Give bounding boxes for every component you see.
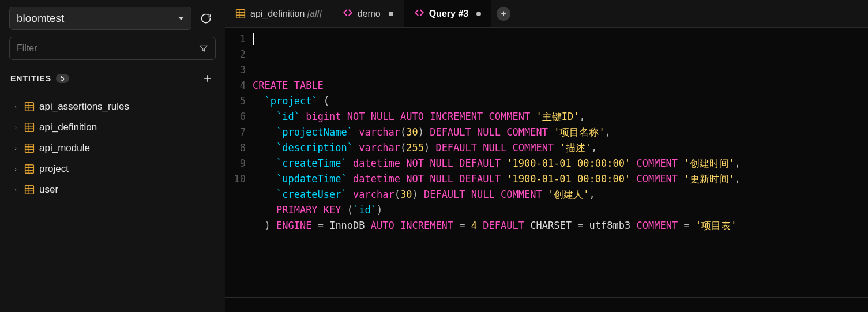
code-line[interactable]: `project` ( <box>253 93 868 109</box>
database-name: bloomtest <box>17 12 64 25</box>
tab-bar: api_definition [all]demoQuery #3+ <box>225 0 868 28</box>
tab-label: api_definition [all] <box>250 9 322 19</box>
entity-label: api_definition <box>39 122 97 133</box>
entity-item[interactable]: ›user <box>9 180 216 200</box>
plus-icon <box>202 73 213 84</box>
line-number: 1 <box>225 31 246 47</box>
line-number: 4 <box>225 78 246 93</box>
entity-item[interactable]: ›api_definition <box>9 118 216 137</box>
svg-rect-4 <box>25 123 34 132</box>
entity-item[interactable]: ›api_assertions_rules <box>9 97 216 116</box>
sidebar: bloomtest ENTITIES 5 ›api_ <box>0 0 225 312</box>
entities-heading: ENTITIES <box>10 74 51 83</box>
chevron-right-icon: › <box>12 186 20 193</box>
code-line[interactable]: ) ENGINE = InnoDB AUTO_INCREMENT = 4 DEF… <box>253 218 868 234</box>
chevron-right-icon: › <box>12 166 20 172</box>
code-area[interactable]: CREATE TABLE `project` ( `id` bigint NOT… <box>253 31 868 297</box>
code-line[interactable]: `description` varchar(255) DEFAULT NULL … <box>253 140 868 156</box>
tab-label: demo <box>358 9 381 19</box>
line-number: 5 <box>225 93 246 109</box>
tab[interactable]: demo <box>332 0 404 27</box>
entities-count-badge: 5 <box>56 74 69 83</box>
tab-label: Query #3 <box>429 9 468 19</box>
refresh-button[interactable] <box>196 9 216 28</box>
entity-label: project <box>39 163 69 175</box>
sql-editor[interactable]: 12345678910 CREATE TABLE `project` ( `id… <box>225 28 868 297</box>
table-icon <box>24 164 35 174</box>
tab-suffix: [all] <box>307 9 322 18</box>
line-gutter: 12345678910 <box>225 31 253 297</box>
entity-label: api_module <box>39 142 90 154</box>
line-number: 8 <box>225 140 246 156</box>
svg-rect-20 <box>236 9 245 18</box>
filter-icon <box>199 44 208 53</box>
code-line[interactable]: `updateTime` datetime NOT NULL DEFAULT '… <box>253 171 868 187</box>
code-line[interactable]: CREATE TABLE <box>253 78 868 93</box>
dirty-indicator-icon <box>389 12 393 16</box>
plus-icon: + <box>497 7 510 21</box>
entity-tree: ›api_assertions_rules›api_definition›api… <box>9 97 216 200</box>
table-icon <box>24 122 35 133</box>
code-line[interactable]: `createTime` datetime NOT NULL DEFAULT '… <box>253 156 868 171</box>
entity-label: user <box>39 184 58 196</box>
text-cursor <box>253 33 254 45</box>
dirty-indicator-icon <box>476 12 481 16</box>
line-number: 10 <box>225 171 246 187</box>
code-icon <box>414 7 424 20</box>
entity-item[interactable]: ›api_module <box>9 138 216 158</box>
code-line[interactable]: PRIMARY KEY (`id`) <box>253 202 868 218</box>
filter-input-wrapper[interactable] <box>9 37 216 60</box>
refresh-icon <box>200 13 212 24</box>
caret-down-icon <box>178 17 184 20</box>
table-icon <box>24 185 35 195</box>
line-number: 2 <box>225 47 246 62</box>
chevron-right-icon: › <box>12 145 20 152</box>
main-panel: api_definition [all]demoQuery #3+ 123456… <box>225 0 868 312</box>
entity-label: api_assertions_rules <box>39 101 129 112</box>
add-tab-button[interactable]: + <box>491 0 516 27</box>
code-line[interactable]: `id` bigint NOT NULL AUTO_INCREMENT COMM… <box>253 109 868 125</box>
tab[interactable]: api_definition [all] <box>225 0 332 27</box>
line-number: 7 <box>225 125 246 140</box>
code-line[interactable]: `projectName` varchar(30) DEFAULT NULL C… <box>253 125 868 140</box>
svg-rect-0 <box>25 103 34 111</box>
entity-item[interactable]: ›project <box>9 159 216 179</box>
svg-rect-8 <box>25 144 34 153</box>
chevron-right-icon: › <box>12 103 20 110</box>
code-icon <box>343 7 353 20</box>
filter-input[interactable] <box>17 43 199 54</box>
line-number: 3 <box>225 62 246 78</box>
tab[interactable]: Query #3 <box>404 0 491 27</box>
editor-footer <box>225 297 868 312</box>
table-icon <box>24 102 35 112</box>
chevron-right-icon: › <box>12 124 20 131</box>
svg-rect-16 <box>25 186 34 194</box>
code-line[interactable]: `createUser` varchar(30) DEFAULT NULL CO… <box>253 187 868 202</box>
line-number: 6 <box>225 109 246 125</box>
add-entity-button[interactable] <box>201 72 215 85</box>
line-number: 9 <box>225 156 246 171</box>
table-icon <box>24 143 35 153</box>
database-selector[interactable]: bloomtest <box>9 7 191 30</box>
svg-rect-12 <box>25 165 34 174</box>
table-icon <box>235 9 246 19</box>
